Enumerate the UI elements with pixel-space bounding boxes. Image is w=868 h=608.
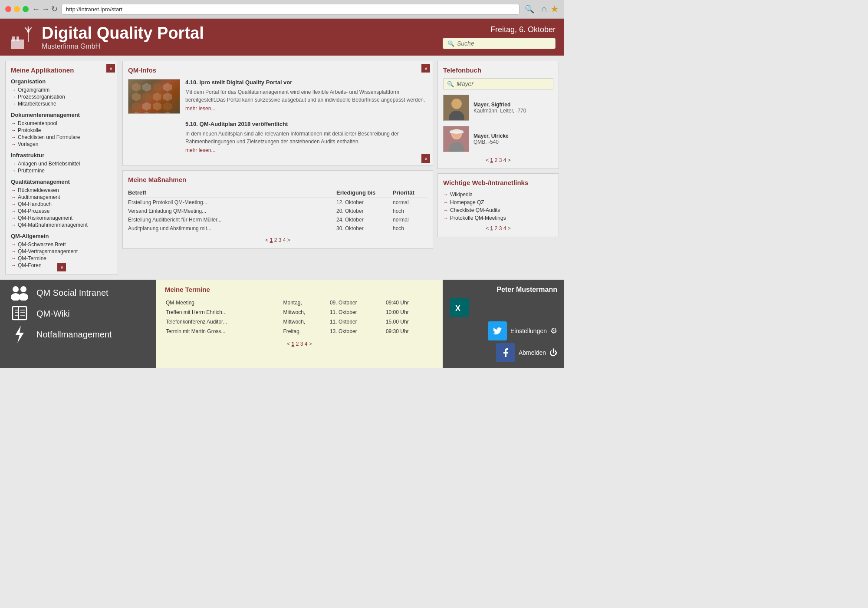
bookmark-icon[interactable]: ★ [550, 3, 559, 15]
table-row: Auditplanung und Abstimmung mit... 30. O… [128, 224, 427, 233]
twitter-icon[interactable] [488, 321, 507, 340]
sidebar-link-dokumentenpool[interactable]: →Dokumentenpool [11, 120, 112, 127]
sidebar-link-checklisten[interactable]: →Checklisten und Formulare [11, 134, 112, 141]
sidebar-link-mitarbeitersuche[interactable]: →Mitarbeitersuche [11, 100, 112, 107]
browser-chrome: ← → ↻ 🔍 ⌂ ★ [0, 0, 564, 19]
address-bar[interactable] [61, 4, 519, 15]
termin-page-2[interactable]: 2 [296, 341, 299, 347]
col-betreff: Betreff [128, 188, 336, 198]
footer-item-wiki[interactable]: QM-Wiki [9, 305, 148, 322]
footer: QM Social Intranet QM-Wiki [0, 280, 564, 368]
sidebar-title: Meine Applikationen [11, 66, 112, 74]
termin-event-4: Termin mit Martin Gross... [166, 327, 282, 336]
contact-name-2: Mayer, Ulricke [473, 133, 509, 139]
footer-item-social[interactable]: QM Social Intranet [9, 284, 148, 301]
sidebar-link-vorlagen[interactable]: →Vorlagen [11, 141, 112, 148]
sidebar-link-prueftermine[interactable]: →Prüftermine [11, 167, 112, 174]
termin-day-4: Freitag, [283, 327, 329, 336]
header-search-input[interactable] [457, 40, 548, 47]
massnahmen-pagination: < 1 2 3 4 > [128, 237, 427, 243]
page-header: Digital Quality Portal Musterfirma GmbH … [0, 19, 564, 56]
termin-date-2: 11. Oktober [330, 308, 385, 317]
sidebar-left: Meine Applikationen Organisation →Organi… [5, 61, 118, 274]
abmelden-icon[interactable]: ⏻ [549, 348, 557, 357]
sidebar-link-qm-vertragsmanagement[interactable]: →QM-Vertragsmanagement [11, 248, 112, 255]
sidebar-link-auditmanagement[interactable]: →Auditmanagement [11, 194, 112, 201]
weblinks-pagination: < 1 2 3 4 > [443, 225, 553, 231]
settings-gear-icon[interactable]: ⚙ [550, 326, 557, 336]
termin-page-3[interactable]: 3 [300, 341, 303, 347]
contact-role-1: Kaufmänn. Leiter, -770 [473, 108, 526, 114]
weblink-protokolle-qm-meetings[interactable]: →Protokolle QM-Meetings [443, 214, 553, 222]
close-button[interactable] [5, 6, 11, 12]
forward-button[interactable]: → [42, 5, 49, 14]
qm-infos-scroll-up[interactable]: ∧ [421, 64, 430, 73]
contact-photo-1 [443, 95, 469, 121]
col-prioritaet: Priorität [393, 188, 427, 198]
maximize-button[interactable] [23, 6, 29, 12]
sidebar-link-qm-termine[interactable]: →QM-Termine [11, 255, 112, 262]
page-4-link[interactable]: 4 [283, 237, 286, 243]
telefonbuch-title: Telefonbuch [443, 66, 553, 74]
sidebar-link-qm-schwarzes-brett[interactable]: →QM-Schwarzes Brett [11, 241, 112, 248]
center-content: QM-Infos ∧ 4.10. ipro stellt Digital Qua… [122, 61, 433, 274]
weblink-wikipedia[interactable]: →Wikipedia [443, 191, 553, 198]
sidebar-link-anlagen[interactable]: →Anlagen und Betriebsmittel [11, 160, 112, 167]
wl-page-1[interactable]: 1 [490, 225, 493, 231]
user-name: Peter Mustermann [450, 286, 557, 294]
sidebar-link-qm-massnahmenmanagement[interactable]: →QM-Maßnahmenmanagement [11, 221, 112, 228]
wl-page-2[interactable]: 2 [495, 225, 498, 231]
termin-page-1[interactable]: 1 [292, 341, 295, 347]
weblink-checkliste-qm-audits[interactable]: →Checkliste QM-Audits [443, 206, 553, 214]
telefonbuch-search[interactable]: 🔍 [443, 78, 553, 89]
sidebar-link-rueckmeldewesen[interactable]: →Rückmeldewesen [11, 187, 112, 194]
termine-table: QM-Meeting Montag, 09. Oktober 09:40 Uhr… [165, 297, 434, 337]
footer-item-notfall[interactable]: Notfallmanagement [9, 326, 148, 343]
tb-page-3[interactable]: 3 [499, 157, 502, 163]
page-3-link[interactable]: 3 [279, 237, 282, 243]
minimize-button[interactable] [14, 6, 20, 12]
sidebar-link-organigramm[interactable]: →Organigramm [11, 86, 112, 93]
page-2-link[interactable]: 2 [274, 237, 277, 243]
news-more-1[interactable]: mehr lesen... [185, 106, 427, 112]
news-text-1: 4.10. ipro stellt Digital Quality Portal… [185, 79, 427, 114]
sidebar-link-qm-prozesse[interactable]: →QM-Prozesse [11, 208, 112, 215]
termin-day-2: Mittwoch, [283, 308, 329, 317]
termin-page-4[interactable]: 4 [305, 341, 308, 347]
header-search-icon: 🔍 [447, 40, 454, 47]
footer-center: Meine Termine QM-Meeting Montag, 09. Okt… [156, 280, 443, 368]
sidebar-scroll-down[interactable]: ∨ [57, 263, 66, 271]
sidebar-link-prozessorganisation[interactable]: →Prozessorganisation [11, 93, 112, 100]
tb-page-1[interactable]: 1 [490, 157, 493, 163]
sidebar-scroll-up[interactable]: ∧ [106, 64, 115, 73]
reload-button[interactable]: ↻ [51, 4, 58, 14]
telefonbuch-search-input[interactable] [457, 80, 543, 87]
browser-toolbar-icons: ⌂ ★ [541, 3, 559, 15]
home-icon[interactable]: ⌂ [541, 3, 547, 15]
telefonbuch-pagination: < 1 2 3 4 > [443, 157, 553, 163]
facebook-icon[interactable] [496, 343, 515, 362]
tb-page-2[interactable]: 2 [495, 157, 498, 163]
header-title: Digital Quality Portal Musterfirma GmbH [42, 24, 204, 50]
back-button[interactable]: ← [32, 5, 40, 14]
header-search-bar[interactable]: 🔍 [443, 38, 556, 49]
current-date: Freitag, 6. Oktober [443, 25, 556, 34]
contact-name-1: Mayer, Sigfried [473, 102, 526, 108]
tb-page-4[interactable]: 4 [503, 157, 506, 163]
weblink-homepage-qz[interactable]: →Homepage QZ [443, 198, 553, 206]
svg-rect-3 [16, 36, 19, 41]
svg-marker-32 [15, 326, 24, 343]
sidebar-link-qm-risikomanagement[interactable]: →QM-Risikomanagement [11, 215, 112, 221]
xing-icon[interactable]: X [450, 298, 469, 317]
wl-page-3[interactable]: 3 [499, 225, 502, 231]
sidebar-link-protokolle[interactable]: →Protokolle [11, 127, 112, 134]
sidebar-link-qm-handbuch[interactable]: →QM-Handbuch [11, 201, 112, 208]
news-text-2: 5.10. QM-Auditplan 2018 veröffentlicht I… [128, 121, 427, 153]
browser-search-icon[interactable]: 🔍 [525, 4, 534, 14]
qm-infos-scroll-down[interactable]: ∧ [421, 154, 430, 163]
news-more-2[interactable]: mehr lesen... [185, 147, 427, 153]
abmelden-label: Abmelden [519, 349, 546, 356]
termin-date-1: 09. Oktober [330, 298, 385, 307]
page-1-link[interactable]: 1 [270, 237, 273, 243]
wl-page-4[interactable]: 4 [503, 225, 506, 231]
